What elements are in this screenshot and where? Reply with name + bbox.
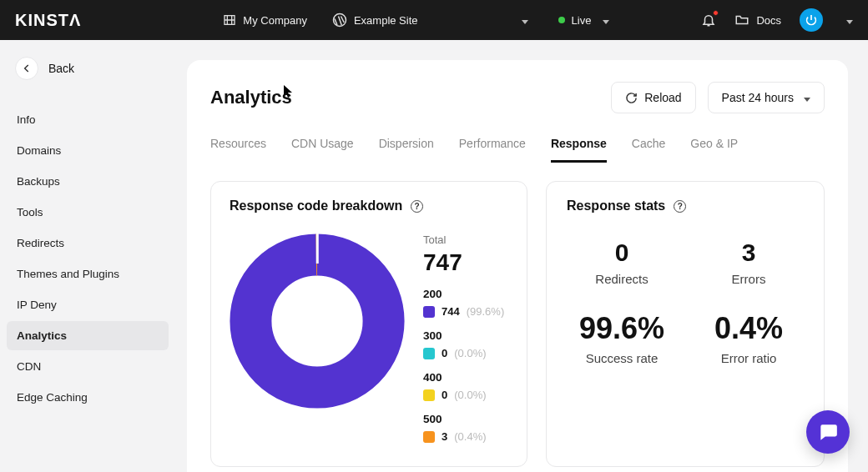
content-card: Analytics Reload Past 24 hours Resources… <box>187 60 848 472</box>
period-select[interactable]: Past 24 hours <box>708 82 825 113</box>
stat-errors: 3 Errors <box>694 239 804 286</box>
back-button[interactable] <box>15 57 38 80</box>
chat-icon <box>817 421 839 443</box>
legend-value: 744 <box>442 305 460 318</box>
donut-chart <box>230 233 405 409</box>
company-label: My Company <box>243 14 307 27</box>
folder-icon <box>734 13 749 28</box>
legend-value: 0 <box>442 389 447 401</box>
back-label: Back <box>48 62 74 75</box>
response-breakdown-card: Response code breakdown ? Total <box>210 181 527 467</box>
breakdown-title: Response code breakdown <box>230 198 402 213</box>
legend-swatch <box>423 306 435 318</box>
status-dot-icon <box>558 17 565 23</box>
error-ratio-label: Error ratio <box>694 351 804 365</box>
sidebar-item-info[interactable]: Info <box>7 105 169 134</box>
logo: KINSTΛ <box>15 11 81 30</box>
legend-group-300: 3000(0.0%) <box>423 329 507 359</box>
sidebar-item-themes-and-plugins[interactable]: Themes and Plugins <box>7 259 169 289</box>
avatar[interactable] <box>800 8 823 32</box>
legend-code: 200 <box>423 288 507 300</box>
app-header: KINSTΛ My Company Example Site Live Docs <box>0 0 868 40</box>
stats-title: Response stats <box>567 198 665 213</box>
sidebar: Back InfoDomainsBackupsToolsRedirectsThe… <box>0 40 175 472</box>
legend-code: 500 <box>423 413 507 425</box>
legend-swatch <box>423 348 435 359</box>
notifications-button[interactable] <box>701 13 716 28</box>
legend-value: 3 <box>442 430 447 443</box>
legend-group-200: 200744(99.6%) <box>423 288 507 318</box>
legend-group-400: 4000(0.0%) <box>423 371 507 401</box>
tab-geo-ip[interactable]: Geo & IP <box>690 130 738 163</box>
legend-swatch <box>423 389 435 401</box>
legend-percent: (0.0%) <box>454 389 486 401</box>
error-ratio-value: 0.4% <box>694 311 804 346</box>
sidebar-item-domains[interactable]: Domains <box>7 136 169 165</box>
docs-label: Docs <box>756 14 781 27</box>
back-row[interactable]: Back <box>7 52 169 85</box>
legend-percent: (99.6%) <box>467 305 505 318</box>
chevron-down-icon[interactable] <box>841 13 853 27</box>
chat-button[interactable] <box>806 410 850 454</box>
wordpress-icon <box>332 13 347 28</box>
reload-icon <box>625 92 638 104</box>
legend-percent: (0.0%) <box>454 347 486 359</box>
power-icon <box>805 13 818 27</box>
chevron-down-icon <box>800 91 810 104</box>
period-label: Past 24 hours <box>722 91 794 104</box>
sidebar-item-tools[interactable]: Tools <box>7 198 169 227</box>
sidebar-item-redirects[interactable]: Redirects <box>7 228 169 258</box>
tab-resources[interactable]: Resources <box>210 130 266 163</box>
response-stats-card: Response stats ? 0 Redirects 3 Errors <box>546 181 825 467</box>
legend-code: 400 <box>423 371 507 384</box>
sidebar-item-cdn[interactable]: CDN <box>7 352 169 381</box>
stat-error-ratio: 0.4% Error ratio <box>694 311 804 365</box>
tab-cache[interactable]: Cache <box>632 130 665 163</box>
chevron-down-icon <box>598 14 609 27</box>
sidebar-item-ip-deny[interactable]: IP Deny <box>7 290 169 319</box>
errors-label: Errors <box>694 272 804 286</box>
reload-label: Reload <box>644 91 681 104</box>
sidebar-item-edge-caching[interactable]: Edge Caching <box>7 383 169 412</box>
redirects-value: 0 <box>567 239 677 267</box>
tab-response[interactable]: Response <box>551 130 607 163</box>
page-title: Analytics <box>210 87 292 108</box>
tabs: ResourcesCDN UsageDispersionPerformanceR… <box>210 130 825 163</box>
site-label: Example Site <box>354 14 418 27</box>
total-label: Total <box>423 233 507 246</box>
stat-success-rate: 99.6% Success rate <box>567 311 677 365</box>
redirects-label: Redirects <box>567 272 677 286</box>
tab-cdn-usage[interactable]: CDN Usage <box>291 130 354 163</box>
env-switcher[interactable]: Live <box>558 14 610 27</box>
stat-redirects: 0 Redirects <box>567 239 677 286</box>
errors-value: 3 <box>694 239 804 267</box>
reload-button[interactable]: Reload <box>611 82 695 113</box>
legend-value: 0 <box>442 347 447 359</box>
total-value: 747 <box>423 249 507 276</box>
notification-badge <box>713 10 719 16</box>
tab-performance[interactable]: Performance <box>459 130 526 163</box>
legend-percent: (0.4%) <box>454 430 486 443</box>
legend-group-500: 5003(0.4%) <box>423 413 507 443</box>
main: Analytics Reload Past 24 hours Resources… <box>175 40 868 472</box>
success-rate-value: 99.6% <box>567 311 677 346</box>
legend-swatch <box>423 431 435 443</box>
env-label: Live <box>572 14 592 27</box>
help-icon[interactable]: ? <box>411 200 423 213</box>
sidebar-item-backups[interactable]: Backups <box>7 167 169 196</box>
legend-code: 300 <box>423 329 507 342</box>
docs-link[interactable]: Docs <box>734 13 781 28</box>
sidebar-item-analytics[interactable]: Analytics <box>7 321 169 350</box>
chevron-down-icon <box>517 14 528 27</box>
company-icon <box>223 13 236 27</box>
tab-dispersion[interactable]: Dispersion <box>379 130 434 163</box>
help-icon[interactable]: ? <box>674 200 686 213</box>
chart-legend: Total 747 200744(99.6%)3000(0.0%)4000(0.… <box>423 233 507 443</box>
success-rate-label: Success rate <box>567 351 677 365</box>
site-switcher[interactable]: Example Site <box>332 13 528 28</box>
company-switcher[interactable]: My Company <box>223 13 307 27</box>
arrow-left-icon <box>21 63 33 74</box>
